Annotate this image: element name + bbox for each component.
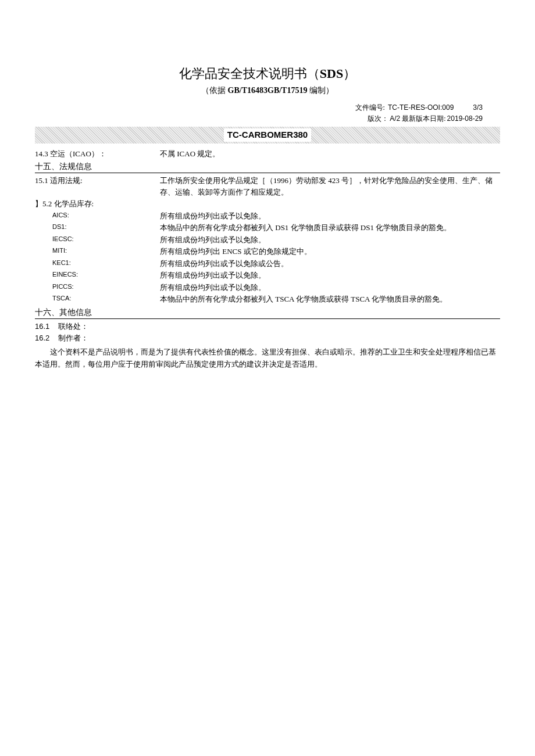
section-16-1-row: 16.1 联络处： bbox=[35, 321, 500, 332]
piccs-label: PICCS: bbox=[35, 282, 160, 293]
inventory-entry: PICCS: 所有组成份均列出或予以免除。 bbox=[35, 282, 500, 293]
kec1-value: 所有组成份均列出或予以免除或公告。 bbox=[160, 258, 500, 270]
version-label: 版次： bbox=[368, 114, 388, 123]
section-15-2-row: 】5.2 化学品库存: bbox=[35, 198, 500, 210]
contact-label: 联络处： bbox=[58, 321, 88, 332]
inventory-entry: KEC1: 所有组成份均列出或予以免除或公告。 bbox=[35, 258, 500, 270]
contact-num: 16.1 bbox=[35, 321, 58, 332]
inventory-entry: IECSC: 所有组成份均列出或予以免除。 bbox=[35, 234, 500, 246]
section-16-heading: 十六、其他信息 bbox=[35, 306, 500, 319]
document-subtitle: （依据 GB/T16483GB/T17519 编制） bbox=[35, 84, 500, 96]
doc-no-label: 文件编号: bbox=[355, 103, 385, 112]
miti-label: MITI: bbox=[35, 246, 160, 257]
inventory-entry: AICS: 所有组成份均列出或予以免除。 bbox=[35, 210, 500, 222]
tsca-label: TSCA: bbox=[35, 293, 160, 305]
section-14-3-row: 14.3 空运（ICAO）： 不属 ICAO 规定。 bbox=[35, 148, 500, 160]
miti-value: 所有组成份均列出 ENCS 或它的免除规定中。 bbox=[160, 246, 500, 257]
applicable-regulations-label: 15.1 适用法规: bbox=[35, 175, 160, 198]
chemical-inventory-label: 】5.2 化学品库存: bbox=[35, 198, 160, 210]
inventory-entry: EINECS: 所有组成份均列出或予以免除。 bbox=[35, 270, 500, 281]
ds1-label: DS1: bbox=[35, 222, 160, 234]
air-transport-value: 不属 ICAO 规定。 bbox=[160, 148, 500, 160]
kec1-label: KEC1: bbox=[35, 258, 160, 270]
section-15-heading: 十五、法规信息 bbox=[35, 160, 500, 173]
subtitle-suffix: 编制） bbox=[307, 86, 334, 95]
subtitle-bold: GB/T16483GB/T17519 bbox=[228, 86, 308, 95]
aics-label: AICS: bbox=[35, 210, 160, 222]
author-label: 制作者： bbox=[58, 332, 88, 344]
tsca-value: 本物品中的所有化学成分都被列入 TSCA 化学物质或获得 TSCA 化学物质目录… bbox=[160, 293, 500, 305]
einecs-label: EINECS: bbox=[35, 270, 160, 281]
applicable-regulations-value: 工作场所安全使用化学品规定［（1996）劳动部发 423 号］，针对化学危险品的… bbox=[160, 175, 500, 198]
iecsc-label: IECSC: bbox=[35, 234, 160, 246]
header-meta: 文件编号: TC-TE-RES-OOI:009 3/3 版次：A/2 最新版本日… bbox=[35, 102, 483, 124]
page-number: 3/3 bbox=[473, 103, 483, 112]
date-label: 最新版本日期: bbox=[402, 114, 445, 123]
piccs-value: 所有组成份均列出或予以免除。 bbox=[160, 282, 500, 293]
date-value: 2019-08-29 bbox=[447, 114, 483, 123]
document-title: 化学品安全技术说明书（SDS） bbox=[35, 64, 500, 83]
product-name-bar: TC-CARBOMER380 bbox=[35, 127, 500, 144]
iecsc-value: 所有组成份均列出或予以免除。 bbox=[160, 234, 500, 246]
einecs-value: 所有组成份均列出或予以免除。 bbox=[160, 270, 500, 281]
inventory-entry: MITI: 所有组成份均列出 ENCS 或它的免除规定中。 bbox=[35, 246, 500, 257]
inventory-entry: TSCA: 本物品中的所有化学成分都被列入 TSCA 化学物质或获得 TSCA … bbox=[35, 293, 500, 305]
section-16-2-row: 16.2 制作者： bbox=[35, 332, 500, 344]
chemical-inventory-value bbox=[160, 198, 500, 210]
disclaimer-text: 这个资料不是产品说明书，而是为了提供有代表性价值的概念。这里没有担保、表白或暗示… bbox=[35, 346, 500, 371]
title-suffix: ） bbox=[343, 66, 356, 81]
author-num: 16.2 bbox=[35, 332, 58, 344]
doc-no-value: TC-TE-RES-OOI:009 bbox=[388, 103, 454, 112]
ds1-value: 本物品中的所有化学成分都被列入 DS1 化学物质目录或获得 DS1 化学物质目录… bbox=[160, 222, 500, 234]
product-name: TC-CARBOMER380 bbox=[224, 128, 311, 142]
aics-value: 所有组成份均列出或予以免除。 bbox=[160, 210, 500, 222]
title-prefix: 化学品安全技术说明书（ bbox=[179, 66, 320, 81]
version-value: A/2 bbox=[390, 114, 400, 123]
air-transport-label: 14.3 空运（ICAO）： bbox=[35, 148, 160, 160]
title-bold: SDS bbox=[320, 66, 343, 81]
subtitle-prefix: （依据 bbox=[201, 86, 228, 95]
inventory-entry: DS1: 本物品中的所有化学成分都被列入 DS1 化学物质目录或获得 DS1 化… bbox=[35, 222, 500, 234]
section-15-1-row: 15.1 适用法规: 工作场所安全使用化学品规定［（1996）劳动部发 423 … bbox=[35, 175, 500, 198]
